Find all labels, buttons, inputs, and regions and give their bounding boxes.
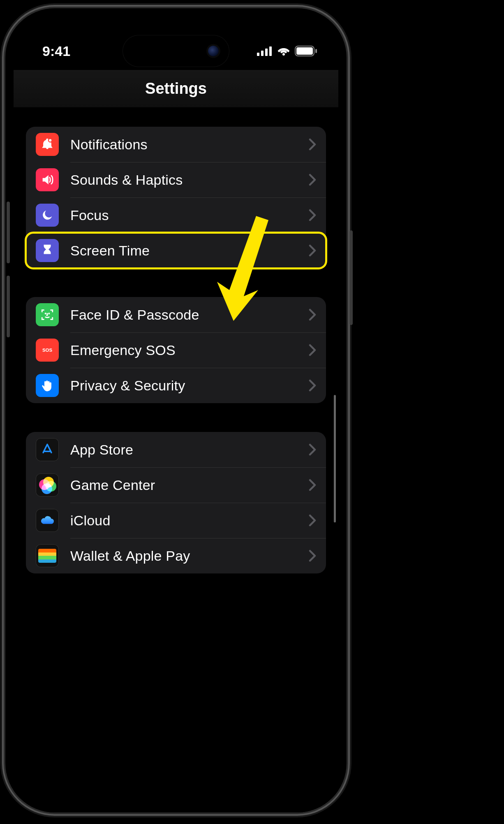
chevron-right-icon (309, 209, 316, 221)
volume-down-button[interactable] (7, 276, 10, 337)
row-icloud[interactable]: iCloud (26, 503, 326, 538)
row-label: Wallet & Apple Pay (70, 548, 309, 564)
cloud-icon (36, 509, 59, 532)
row-screentime[interactable]: Screen Time (26, 233, 326, 268)
svg-rect-0 (257, 53, 259, 56)
row-label: App Store (70, 442, 309, 458)
row-gamecenter[interactable]: Game Center (26, 467, 326, 503)
row-privacy[interactable]: Privacy & Security (26, 368, 326, 403)
row-label: Notifications (70, 137, 309, 153)
svg-point-8 (45, 313, 46, 313)
row-label: Sounds & Haptics (70, 172, 309, 188)
chevron-right-icon (309, 174, 316, 186)
row-sounds[interactable]: Sounds & Haptics (26, 162, 326, 197)
row-notifications[interactable]: Notifications (26, 127, 326, 162)
wifi-icon (277, 46, 291, 56)
chevron-right-icon (309, 379, 316, 392)
settings-group-3: App Store Game Center iCloud (26, 432, 326, 573)
screen: 9:41 Settings (14, 16, 338, 812)
row-label: Privacy & Security (70, 378, 309, 394)
phone-frame: 9:41 Settings (5, 8, 347, 812)
settings-content[interactable]: Notifications Sounds & Haptics Focus (14, 111, 338, 812)
sos-icon: SOS (36, 339, 59, 362)
row-label: Face ID & Passcode (70, 307, 309, 323)
speaker-icon (36, 168, 59, 191)
svg-rect-5 (296, 47, 313, 55)
svg-rect-1 (261, 51, 264, 56)
svg-text:SOS: SOS (42, 348, 52, 353)
chevron-right-icon (309, 309, 316, 321)
row-label: iCloud (70, 513, 309, 529)
svg-rect-3 (269, 46, 272, 56)
battery-icon (295, 46, 318, 56)
hourglass-icon (36, 239, 59, 262)
svg-rect-6 (315, 49, 317, 53)
row-appstore[interactable]: App Store (26, 432, 326, 467)
status-time: 9:41 (42, 43, 70, 59)
scrollbar[interactable] (334, 395, 336, 522)
hand-icon (36, 374, 59, 397)
volume-up-button[interactable] (7, 202, 10, 263)
nav-header: Settings (14, 70, 338, 107)
wallet-icon (36, 544, 59, 567)
status-right (257, 46, 318, 56)
settings-group-2: Face ID & Passcode SOS Emergency SOS Pri… (26, 297, 326, 403)
appstore-icon (36, 438, 59, 461)
front-camera-icon (208, 46, 219, 56)
faceid-icon (36, 303, 59, 326)
chevron-right-icon (309, 244, 316, 257)
bell-icon (36, 133, 59, 156)
row-sos[interactable]: SOS Emergency SOS (26, 332, 326, 368)
row-label: Game Center (70, 477, 309, 493)
dynamic-island (123, 35, 229, 67)
row-label: Focus (70, 207, 309, 223)
row-label: Screen Time (70, 243, 309, 259)
row-wallet[interactable]: Wallet & Apple Pay (26, 538, 326, 573)
settings-group-1: Notifications Sounds & Haptics Focus (26, 127, 326, 268)
chevron-right-icon (309, 514, 316, 527)
page-title: Settings (145, 80, 207, 97)
row-faceid[interactable]: Face ID & Passcode (26, 297, 326, 332)
svg-rect-2 (265, 49, 268, 56)
cellular-icon (257, 46, 273, 56)
svg-point-9 (49, 313, 49, 313)
moon-icon (36, 204, 59, 227)
chevron-right-icon (309, 344, 316, 356)
chevron-right-icon (309, 550, 316, 562)
svg-point-7 (49, 139, 52, 142)
chevron-right-icon (309, 443, 316, 456)
gamecenter-icon (36, 474, 59, 497)
power-button[interactable] (349, 230, 353, 325)
row-focus[interactable]: Focus (26, 197, 326, 233)
row-label: Emergency SOS (70, 342, 309, 358)
chevron-right-icon (309, 479, 316, 491)
chevron-right-icon (309, 138, 316, 151)
